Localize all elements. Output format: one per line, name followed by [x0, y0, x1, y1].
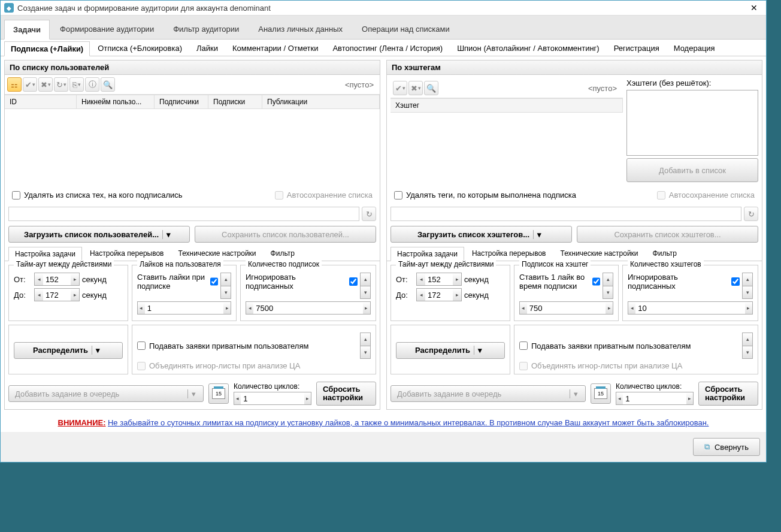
check-private-r[interactable]: Подавать заявки приватным пользователям	[519, 341, 691, 350]
check-autosave-tags: Автосохранение списка	[653, 188, 758, 202]
subs-spinner-r[interactable]: ◂▸	[628, 301, 753, 315]
subs-vspin-r[interactable]: ▴▾	[742, 273, 753, 299]
tab-filter[interactable]: Фильтр аудитории	[164, 19, 248, 39]
col-posts[interactable]: Публикации	[262, 95, 380, 108]
tab-tasks[interactable]: Задачи	[4, 20, 50, 40]
tab-listops[interactable]: Операции над списками	[353, 19, 459, 39]
delete-dropdown-icon[interactable]: ✖	[408, 81, 423, 95]
subtab-likes[interactable]: Лайки	[190, 41, 225, 56]
to-spinner[interactable]: ◂▸	[34, 288, 80, 301]
add-queue-button: Добавить задание в очередь▾	[8, 385, 204, 402]
check-remove-subscribed[interactable]: Удалять из списка тех, на кого подписали…	[8, 188, 186, 202]
check-ignore-subscribed[interactable]: Игнорировать подписанных	[246, 273, 358, 291]
subs-vspin[interactable]: ▴▾	[360, 273, 371, 299]
check-ignore-subscribed-r[interactable]: Игнорировать подписанных	[628, 273, 740, 291]
distribute-button[interactable]: Распределить▾	[14, 342, 123, 359]
from-spinner[interactable]: ◂▸	[34, 273, 80, 286]
check-autosave-list: Автосохранение списка	[271, 188, 376, 202]
col-hashtag[interactable]: Хэштег	[390, 99, 623, 112]
load-userlist-button[interactable]: Загрузить список пользователей...▾	[8, 226, 190, 243]
col-id[interactable]: ID	[5, 95, 77, 108]
cycles-spinner-r[interactable]: ◂▸	[616, 392, 694, 405]
subtab-register[interactable]: Регистрация	[607, 41, 666, 56]
col-following[interactable]: Подписки	[208, 95, 262, 108]
search-icon[interactable]: 🔍	[424, 81, 438, 95]
subs-spinner[interactable]: ◂▸	[246, 301, 371, 315]
hashtag-empty-label: <пусто>	[588, 84, 620, 93]
sec-label-r2: секунд	[464, 291, 489, 300]
check-private[interactable]: Подавать заявки приватным пользователям	[137, 341, 308, 350]
warning-link[interactable]: Не забывайте о суточных лимитах на подпи…	[108, 418, 709, 427]
panel-hashtags: По хэштегам ✔ ✖ 🔍 <пусто> Хэштег	[386, 60, 762, 410]
distribute-button-r[interactable]: Распределить▾	[396, 342, 505, 359]
subtab-moderation[interactable]: Модерация	[667, 41, 722, 56]
userlist-path-input[interactable]	[8, 207, 359, 221]
likes-legend: Лайков на пользователя	[137, 260, 223, 268]
check-dropdown-icon[interactable]: ✔	[393, 81, 407, 95]
likes-spinner-r[interactable]: ◂▸	[519, 301, 613, 315]
priv-vspin-r[interactable]: ▴▾	[742, 332, 753, 359]
subtab-subscribe[interactable]: Подписка (+Лайки)	[4, 41, 90, 56]
to-spinner-r[interactable]: ◂▸	[416, 288, 462, 301]
sec-label2: секунд	[82, 291, 107, 300]
subtab-spy[interactable]: Шпион (Автолайкинг / Автокомментинг)	[450, 41, 606, 56]
settab-task[interactable]: Настройка задачи	[8, 247, 82, 261]
hashtag-grid[interactable]: Хэштег	[390, 98, 623, 182]
left-setting-tabs: Настройка задачи Настройка перерывов Тех…	[5, 245, 380, 261]
reset-button[interactable]: Сбросить настройки	[316, 382, 376, 406]
check-dropdown-icon[interactable]: ✔	[23, 77, 37, 92]
panel-userlist: По списку пользователей ⚏ ✔ ✖ ↻ ⎘ ⓘ 🔍 <п…	[4, 60, 380, 410]
close-icon[interactable]: ✕	[746, 3, 762, 13]
check-merge-ignore-r: Объединять игнор-листы при анализе ЦА	[519, 361, 753, 370]
likes-vspin-r[interactable]: ▴▾	[603, 273, 613, 299]
collapse-button[interactable]: ⧉ Свернуть	[693, 438, 760, 456]
delete-dropdown-icon[interactable]: ✖	[38, 77, 53, 92]
calendar-button[interactable]: 15	[208, 383, 229, 404]
col-nick[interactable]: Никнейм пользо...	[77, 95, 155, 108]
tab-audience[interactable]: Формирование аудитории	[51, 19, 163, 39]
info-icon[interactable]: ⓘ	[85, 77, 99, 92]
likes-spinner[interactable]: ◂▸	[137, 301, 231, 315]
settab-breaks-r[interactable]: Настройка перерывов	[465, 246, 553, 261]
refresh-icon[interactable]: ↻	[362, 207, 376, 221]
titlebar: ◆ Создание задач и формирование аудитори…	[1, 1, 766, 16]
panel-userlist-title: По списку пользователей	[5, 61, 380, 75]
refresh-dropdown-icon[interactable]: ↻	[54, 77, 68, 92]
settab-task-r[interactable]: Настройка задачи	[390, 247, 464, 261]
right-setting-tabs: Настройка задачи Настройка перерывов Тех…	[387, 245, 762, 261]
from-spinner-r[interactable]: ◂▸	[416, 273, 462, 286]
save-hashtags-button: Сохранить список хэштегов...	[577, 226, 758, 243]
likes-legend-r: Подписок на хэштег	[519, 260, 591, 268]
subtab-unsubscribe[interactable]: Отписка (+Блокировка)	[91, 41, 189, 56]
settab-filter[interactable]: Фильтр	[264, 246, 301, 261]
settab-breaks[interactable]: Настройка перерывов	[83, 246, 171, 261]
refresh-icon[interactable]: ↻	[744, 207, 758, 221]
check-put-likes-r[interactable]: Ставить 1 лайк во время подписки	[519, 273, 600, 291]
userlist-grid[interactable]: ID Никнейм пользо... Подписчики Подписки…	[5, 95, 380, 186]
app-icon: ◆	[4, 3, 14, 13]
hashtag-textarea[interactable]	[626, 90, 758, 156]
settab-tech-r[interactable]: Технические настройки	[553, 246, 644, 261]
hashtag-input-label: Хэштеги (без решёток):	[626, 78, 758, 87]
reset-button-r[interactable]: Сбросить настройки	[698, 382, 758, 406]
subtab-comments[interactable]: Комментарии / Отметки	[226, 41, 325, 56]
to-label-r: До:	[396, 291, 414, 300]
check-put-likes[interactable]: Ставить лайки при подписке	[137, 273, 218, 291]
check-remove-tags[interactable]: Удалять теги, по которым выполнена подпи…	[390, 188, 580, 202]
tree-icon[interactable]: ⚏	[7, 77, 22, 92]
subtab-autopost[interactable]: Автопостинг (Лента / История)	[326, 41, 449, 56]
settab-tech[interactable]: Технические настройки	[171, 246, 262, 261]
copy-dropdown-icon[interactable]: ⎘	[69, 77, 84, 92]
cycles-spinner[interactable]: ◂▸	[234, 392, 311, 405]
sec-label-r: секунд	[464, 275, 489, 284]
load-hashtags-button[interactable]: Загрузить список хэштегов...▾	[390, 226, 572, 243]
likes-vspin[interactable]: ▴▾	[220, 273, 231, 299]
search-icon[interactable]: 🔍	[101, 77, 115, 92]
priv-vspin[interactable]: ▴▾	[360, 332, 371, 359]
hashtag-path-input[interactable]	[390, 207, 741, 221]
col-followers[interactable]: Подписчики	[155, 95, 208, 108]
calendar-button-r[interactable]: 15	[591, 383, 611, 404]
add-queue-button-r: Добавить задание в очередь▾	[390, 385, 586, 402]
tab-analysis[interactable]: Анализ личных данных	[249, 19, 352, 39]
settab-filter-r[interactable]: Фильтр	[646, 246, 683, 261]
